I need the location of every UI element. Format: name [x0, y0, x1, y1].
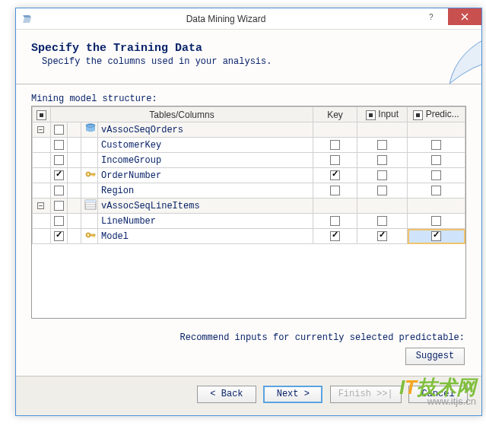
checkbox[interactable] [377, 170, 387, 180]
tree-toggle-icon[interactable]: − [37, 126, 44, 133]
row-label: CustomerKey [98, 138, 313, 153]
checkbox[interactable] [431, 186, 441, 195]
checkbox[interactable] [54, 125, 64, 135]
svg-marker-0 [23, 15, 31, 17]
page-subtitle: Specify the columns used in your analysi… [42, 56, 466, 67]
grid-table: Tables/Columns Key Input Predic... −vAss… [32, 106, 465, 244]
grid-header-row: Tables/Columns Key Input Predic... [33, 107, 465, 122]
wizard-window: Data Mining Wizard ? Specify the Trainin… [15, 8, 482, 416]
page-title: Specify the Training Data [31, 42, 466, 55]
row-label: IncomeGroup [98, 153, 313, 168]
checkbox[interactable] [54, 186, 64, 195]
checkbox[interactable] [377, 155, 387, 165]
svg-rect-10 [94, 175, 95, 176]
checkbox[interactable] [54, 231, 64, 241]
checkbox[interactable] [377, 216, 387, 226]
suggest-button[interactable]: Suggest [405, 348, 465, 365]
structure-label: Mining model structure: [31, 94, 466, 104]
finish-button: Finish >>| [330, 386, 402, 403]
checkbox[interactable] [54, 140, 64, 150]
column-row[interactable]: Model [33, 229, 465, 244]
case-table-icon [84, 123, 97, 137]
close-button[interactable] [448, 8, 481, 25]
window-icon [16, 8, 37, 29]
checkbox[interactable] [330, 186, 340, 195]
checkbox[interactable] [377, 140, 387, 150]
row-label: Region [98, 183, 313, 199]
window-controls: ? [415, 8, 481, 29]
row-label: vAssocSeqLineItems [98, 199, 313, 214]
checkbox[interactable] [54, 201, 64, 211]
table-row[interactable]: −vAssocSeqLineItems [33, 199, 465, 214]
row-label: vAssocSeqOrders [98, 122, 313, 138]
wizard-body: Mining model structure: Tables/Columns K… [16, 84, 481, 376]
svg-marker-1 [23, 17, 31, 23]
checkbox[interactable] [330, 170, 340, 180]
checkbox[interactable] [54, 216, 64, 226]
header-tables-columns[interactable]: Tables/Columns [51, 107, 313, 122]
svg-rect-16 [85, 200, 96, 202]
checkbox[interactable] [431, 140, 441, 150]
checkbox[interactable] [330, 231, 340, 241]
titlebar: Data Mining Wizard ? [16, 8, 481, 30]
checkbox[interactable] [54, 170, 64, 180]
mining-structure-grid[interactable]: Tables/Columns Key Input Predic... −vAss… [31, 106, 466, 319]
table-row[interactable]: −vAssocSeqOrders [33, 122, 465, 138]
column-row[interactable]: IncomeGroup [33, 153, 465, 168]
column-row[interactable]: OrderNumber [33, 168, 465, 183]
row-label: Model [98, 229, 313, 244]
nested-table-icon [84, 199, 97, 213]
close-icon [461, 13, 469, 21]
checkbox[interactable] [330, 216, 340, 226]
recommend-label: Recommend inputs for currently selected … [31, 332, 465, 343]
row-label: OrderNumber [98, 168, 313, 183]
header-key[interactable]: Key [313, 107, 357, 122]
help-icon: ? [427, 13, 435, 21]
window-title: Data Mining Wizard [37, 8, 415, 29]
column-row[interactable]: LineNumber [33, 214, 465, 229]
header-input[interactable]: Input [357, 107, 408, 122]
checkbox[interactable] [377, 231, 387, 241]
svg-point-18 [87, 234, 89, 236]
header-include-checkbox[interactable] [33, 107, 51, 122]
svg-rect-19 [90, 234, 95, 236]
checkbox[interactable] [431, 170, 441, 180]
row-label: LineNumber [98, 214, 313, 229]
wizard-header: Specify the Training Data Specify the co… [16, 30, 481, 84]
next-button[interactable]: Next > [263, 386, 322, 403]
help-button[interactable]: ? [415, 8, 448, 25]
checkbox[interactable] [431, 155, 441, 165]
svg-text:?: ? [429, 13, 434, 21]
cancel-button[interactable]: Cancel [408, 386, 468, 403]
svg-rect-9 [90, 173, 95, 175]
key-icon [84, 169, 97, 183]
wizard-footer: < Back Next > Finish >>| Cancel [16, 376, 481, 415]
key-icon [84, 230, 97, 243]
column-row[interactable]: CustomerKey [33, 138, 465, 153]
back-button[interactable]: < Back [197, 386, 256, 403]
header-predict[interactable]: Predic... [408, 107, 465, 122]
svg-rect-21 [92, 236, 94, 237]
svg-point-8 [87, 173, 89, 175]
checkbox[interactable] [431, 231, 441, 241]
tree-toggle-icon[interactable]: − [37, 202, 44, 209]
checkbox[interactable] [431, 216, 441, 226]
svg-rect-11 [92, 175, 94, 176]
svg-rect-20 [94, 236, 95, 237]
checkbox[interactable] [330, 140, 340, 150]
checkbox[interactable] [330, 155, 340, 165]
column-row[interactable]: Region [33, 183, 465, 199]
checkbox[interactable] [377, 186, 387, 195]
checkbox[interactable] [54, 155, 64, 165]
